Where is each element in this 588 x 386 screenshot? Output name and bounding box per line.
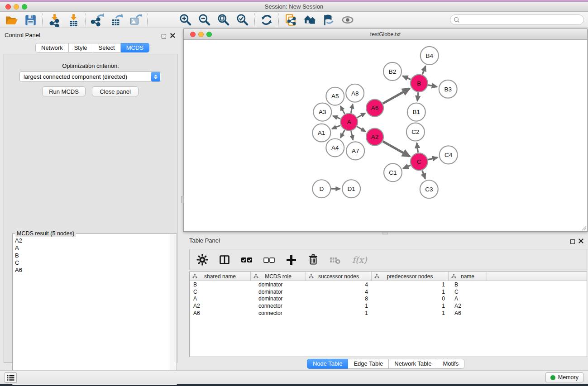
table-row[interactable]: Adominator80A xyxy=(190,295,587,303)
result-item[interactable]: A2 xyxy=(15,237,170,244)
node-B3[interactable]: B3 xyxy=(439,80,457,98)
resize-grip-icon[interactable] xyxy=(580,224,587,231)
tab-node-table[interactable]: Node Table xyxy=(307,359,349,369)
save-session-icon[interactable] xyxy=(24,13,37,27)
result-item[interactable]: C xyxy=(15,259,170,267)
mcds-result-list[interactable]: A2ABCA6 xyxy=(13,234,170,384)
minimize-window-button[interactable] xyxy=(14,4,19,10)
edge-A-A3[interactable] xyxy=(333,116,340,119)
result-item[interactable]: B xyxy=(15,252,170,259)
edge-B-B3[interactable] xyxy=(428,85,437,87)
table-row[interactable]: Bdominator41B xyxy=(190,281,587,288)
node-B[interactable]: B xyxy=(411,75,428,92)
node-D1[interactable]: D1 xyxy=(342,180,360,198)
maximize-window-button[interactable] xyxy=(22,4,27,10)
node-B2[interactable]: B2 xyxy=(383,62,402,81)
node-A2[interactable]: A2 xyxy=(366,129,383,146)
column-header-MCDS-role[interactable]: MCDS role xyxy=(251,272,306,281)
task-history-button[interactable] xyxy=(5,372,17,383)
export-image-icon[interactable] xyxy=(129,13,142,27)
edge-A6-B[interactable] xyxy=(383,88,410,103)
float-panel-icon[interactable] xyxy=(162,32,167,37)
table-row[interactable]: A6connector11A6 xyxy=(190,310,587,317)
toggle-birds-eye-icon[interactable] xyxy=(322,13,335,27)
node-B4[interactable]: B4 xyxy=(421,47,439,65)
node-C2[interactable]: C2 xyxy=(406,123,425,141)
edge-A-A7[interactable] xyxy=(351,131,353,140)
export-table-icon[interactable] xyxy=(110,13,123,27)
duplicate-network-icon[interactable] xyxy=(284,13,297,27)
search-field[interactable] xyxy=(450,14,584,25)
edge-A-A6[interactable] xyxy=(357,113,365,118)
zoom-in-icon[interactable] xyxy=(179,13,192,27)
node-A3[interactable]: A3 xyxy=(313,103,331,121)
column-header-name[interactable]: name xyxy=(449,272,487,281)
edge-B-B2[interactable] xyxy=(403,76,411,80)
node-A8[interactable]: A8 xyxy=(346,84,364,102)
table-row[interactable]: Cdominator41C xyxy=(190,288,587,295)
open-session-icon[interactable] xyxy=(5,13,18,27)
tab-motifs[interactable]: Motifs xyxy=(437,359,464,369)
edge-C-C3[interactable] xyxy=(422,171,425,179)
node-A4[interactable]: A4 xyxy=(326,138,344,157)
result-list-scrollbar[interactable] xyxy=(170,234,176,384)
network-canvas[interactable]: B4B2BB3A8A5A6A3B1AA1C2A2A4A7C4CC1C3DD1 xyxy=(184,40,587,231)
node-C3[interactable]: C3 xyxy=(420,180,438,198)
run-mcds-button[interactable]: Run MCDS xyxy=(42,86,86,96)
home-icon[interactable] xyxy=(303,13,316,27)
memory-button[interactable]: Memory xyxy=(545,372,583,382)
table-float-panel-icon[interactable] xyxy=(570,238,575,243)
network-window-titlebar[interactable]: testGlobe.txt xyxy=(184,29,587,40)
zoom-selected-icon[interactable] xyxy=(236,13,249,27)
network-graph[interactable]: B4B2BB3A8A5A6A3B1AA1C2A2A4A7C4CC1C3DD1 xyxy=(184,40,587,231)
split-view-icon[interactable] xyxy=(218,253,231,267)
node-D[interactable]: D xyxy=(312,180,330,198)
settings-icon[interactable] xyxy=(196,253,209,267)
splitter-handle-left[interactable] xyxy=(181,196,184,203)
search-input[interactable] xyxy=(462,16,583,24)
close-window-button[interactable] xyxy=(5,4,11,10)
table-row[interactable]: A2connector11A2 xyxy=(190,302,587,310)
delete-column-icon[interactable] xyxy=(307,253,320,267)
network-minimize-button[interactable] xyxy=(198,32,204,37)
tab-network[interactable]: Network xyxy=(35,43,69,52)
import-table-icon[interactable] xyxy=(67,13,80,27)
column-header-predecessor-nodes[interactable]: predecessor nodes xyxy=(372,272,449,281)
edge-A2-C[interactable] xyxy=(383,142,410,157)
node-C4[interactable]: C4 xyxy=(440,146,458,164)
edge-A-A5[interactable] xyxy=(340,106,344,114)
node-A6[interactable]: A6 xyxy=(366,100,383,117)
refresh-icon[interactable] xyxy=(260,13,273,27)
edge-C-C1[interactable] xyxy=(403,165,411,168)
tab-mcds[interactable]: MCDS xyxy=(121,43,149,52)
edge-A-A4[interactable] xyxy=(340,130,344,138)
tab-select[interactable]: Select xyxy=(93,43,121,52)
edge-A-A8[interactable] xyxy=(351,104,353,113)
deselect-all-icon[interactable] xyxy=(263,253,275,267)
close-panel-icon[interactable] xyxy=(170,32,175,37)
edge-A-A2[interactable] xyxy=(357,127,365,132)
column-header-shared-name[interactable]: shared name xyxy=(190,272,251,281)
add-column-icon[interactable] xyxy=(285,253,297,267)
node-A1[interactable]: A1 xyxy=(312,124,330,142)
node-C1[interactable]: C1 xyxy=(384,163,402,181)
node-B1[interactable]: B1 xyxy=(407,103,425,121)
node-A5[interactable]: A5 xyxy=(326,87,344,105)
edge-B-B1[interactable] xyxy=(417,92,418,101)
criterion-dropdown[interactable]: largest connected component (directed) xyxy=(19,71,161,82)
delete-table-icon[interactable] xyxy=(329,253,342,267)
result-item[interactable]: A6 xyxy=(15,267,170,274)
table-close-panel-icon[interactable] xyxy=(578,237,583,242)
edge-B-B4[interactable] xyxy=(422,66,425,74)
select-all-icon[interactable] xyxy=(240,253,253,267)
node-table[interactable]: shared name MCDS role successor nodes pr… xyxy=(189,272,587,357)
node-A[interactable]: A xyxy=(340,114,358,131)
edge-A-A1[interactable] xyxy=(332,125,341,129)
export-network-icon[interactable] xyxy=(91,13,104,27)
node-A7[interactable]: A7 xyxy=(346,142,364,160)
edge-C-C4[interactable] xyxy=(428,157,438,160)
show-hide-icon[interactable] xyxy=(341,13,354,27)
zoom-fit-icon[interactable] xyxy=(217,13,230,27)
node-C[interactable]: C xyxy=(411,153,428,170)
network-close-button[interactable] xyxy=(190,32,196,37)
